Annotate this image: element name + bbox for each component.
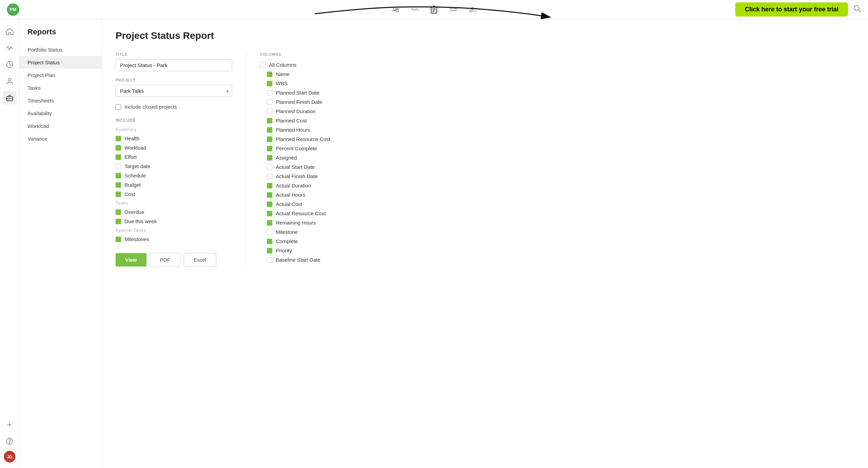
pdf-button[interactable]: PDF	[150, 253, 180, 266]
assigned-label: Assigned	[276, 155, 297, 161]
help-icon[interactable]	[3, 434, 17, 448]
actual-cost-checkbox[interactable]	[267, 202, 272, 207]
overdue-checkbox[interactable]	[116, 209, 121, 215]
include-closed-label: Include closed projects	[124, 104, 177, 110]
search-icon-top[interactable]	[854, 5, 861, 14]
sidebar-item-timesheets[interactable]: Timesheets	[19, 94, 101, 107]
col-complete: Complete	[260, 238, 854, 244]
sidebar-item-portfolio-status[interactable]: Portfolio Status	[19, 43, 101, 56]
add-icon[interactable]: +	[3, 418, 17, 432]
remaining-hours-checkbox[interactable]	[267, 220, 272, 226]
clipboard-icon[interactable]	[429, 5, 439, 14]
svg-point-13	[471, 7, 474, 9]
col-milestone: Milestone	[260, 229, 854, 235]
sidebar-title: Reports	[19, 28, 101, 43]
assigned-checkbox[interactable]	[267, 155, 272, 161]
workload-checkbox[interactable]	[116, 145, 121, 151]
svg-line-18	[858, 10, 861, 12]
target-date-checkbox[interactable]	[116, 164, 121, 169]
cost-label: Cost	[124, 191, 135, 197]
schedule-checkbox[interactable]	[116, 173, 121, 178]
actual-finish-checkbox[interactable]	[267, 174, 272, 179]
actual-resource-cost-checkbox[interactable]	[267, 211, 272, 216]
user-avatar[interactable]: JD	[4, 451, 15, 462]
wbs-label: WBS	[276, 80, 287, 86]
excel-button[interactable]: Excel	[184, 253, 216, 266]
baseline-start-label: Baseline Start Date	[276, 257, 320, 263]
project-select[interactable]: Park Talks	[116, 85, 232, 97]
topbar: PM	[0, 0, 868, 19]
view-button[interactable]: View	[116, 253, 147, 266]
wbs-checkbox[interactable]	[267, 81, 272, 86]
col-all-columns: All Columns	[260, 62, 854, 68]
sidebar-item-project-plan[interactable]: Project Plan	[19, 69, 101, 81]
baseline-start-checkbox[interactable]	[267, 257, 272, 263]
sidebar-item-workload[interactable]: Workload	[19, 120, 101, 132]
pm-logo[interactable]: PM	[7, 3, 19, 16]
planned-finish-checkbox[interactable]	[267, 99, 272, 105]
all-columns-checkbox[interactable]	[260, 62, 265, 68]
workload-label: Workload	[124, 145, 146, 151]
actual-start-label: Actual Start Date	[276, 164, 315, 170]
col-wbs: WBS	[260, 80, 854, 86]
cost-checkbox[interactable]	[116, 192, 121, 197]
all-columns-label: All Columns	[269, 62, 296, 68]
schedule-label: Schedule	[124, 173, 146, 178]
percent-complete-checkbox[interactable]	[267, 146, 272, 151]
actual-hours-checkbox[interactable]	[267, 192, 272, 198]
due-this-week-checkbox[interactable]	[116, 219, 121, 224]
minus-icon[interactable]	[448, 5, 458, 14]
sidebar-item-availability[interactable]: Availability	[19, 107, 101, 120]
complete-checkbox[interactable]	[267, 239, 272, 244]
planned-start-checkbox[interactable]	[267, 90, 272, 96]
include-budget: Budget	[116, 182, 232, 188]
col-planned-finish: Planned Finish Date	[260, 99, 854, 105]
svg-line-22	[10, 65, 11, 66]
effort-checkbox[interactable]	[116, 154, 121, 160]
health-checkbox[interactable]	[116, 136, 121, 141]
page-title: Project Status Report	[116, 30, 854, 41]
clock-icon[interactable]	[3, 58, 17, 72]
home-icon[interactable]	[3, 25, 17, 39]
milestone-checkbox[interactable]	[267, 229, 272, 235]
project-select-wrapper: Park Talks ▾	[116, 85, 232, 97]
sidebar-item-variance[interactable]: Variance	[19, 132, 101, 145]
include-milestones: Milestones	[116, 236, 232, 242]
planned-finish-label: Planned Finish Date	[276, 99, 322, 105]
planned-duration-checkbox[interactable]	[267, 109, 272, 114]
briefcase-icon[interactable]	[3, 91, 17, 105]
col-name: Name	[260, 71, 854, 77]
summary-label: Summary	[116, 127, 232, 132]
budget-checkbox[interactable]	[116, 182, 121, 188]
include-closed-checkbox[interactable]	[116, 104, 121, 110]
due-this-week-label: Due this week	[124, 218, 157, 224]
form-left: TITLE PROJECT Park Talks ▾ Include close…	[116, 52, 246, 266]
planned-cost-checkbox[interactable]	[267, 118, 272, 123]
title-input[interactable]	[116, 59, 232, 71]
actual-start-checkbox[interactable]	[267, 164, 272, 170]
planned-resource-cost-label: Planned Resource Cost	[276, 136, 330, 142]
free-trial-button[interactable]: Click here to start your free trial	[735, 2, 848, 17]
sidebar-item-project-status[interactable]: Project Status	[19, 56, 101, 69]
planned-hours-checkbox[interactable]	[267, 127, 272, 133]
wave-icon[interactable]	[410, 5, 420, 14]
col-planned-duration: Planned Duration	[260, 108, 854, 114]
layout: + JD Reports Portfolio Status Project St…	[0, 0, 868, 468]
priority-checkbox[interactable]	[267, 248, 272, 253]
col-planned-resource-cost: Planned Resource Cost	[260, 136, 854, 142]
sidebar-item-tasks[interactable]: Tasks	[19, 81, 101, 94]
special-tasks-label: Special Tasks	[116, 228, 232, 233]
tasks-label: Tasks	[116, 200, 232, 206]
actual-duration-checkbox[interactable]	[267, 183, 272, 188]
filter-icon[interactable]	[391, 5, 400, 14]
person-icon[interactable]	[3, 74, 17, 88]
activity-icon[interactable]	[3, 41, 17, 55]
actual-hours-label: Actual Hours	[276, 192, 305, 198]
name-checkbox[interactable]	[267, 72, 272, 77]
milestones-checkbox[interactable]	[116, 237, 121, 242]
target-date-label: Target date	[124, 163, 150, 169]
flow-icon[interactable]	[468, 5, 477, 14]
remaining-hours-label: Remaining Hours	[276, 220, 316, 226]
planned-resource-cost-checkbox[interactable]	[267, 137, 272, 142]
include-schedule: Schedule	[116, 173, 232, 178]
